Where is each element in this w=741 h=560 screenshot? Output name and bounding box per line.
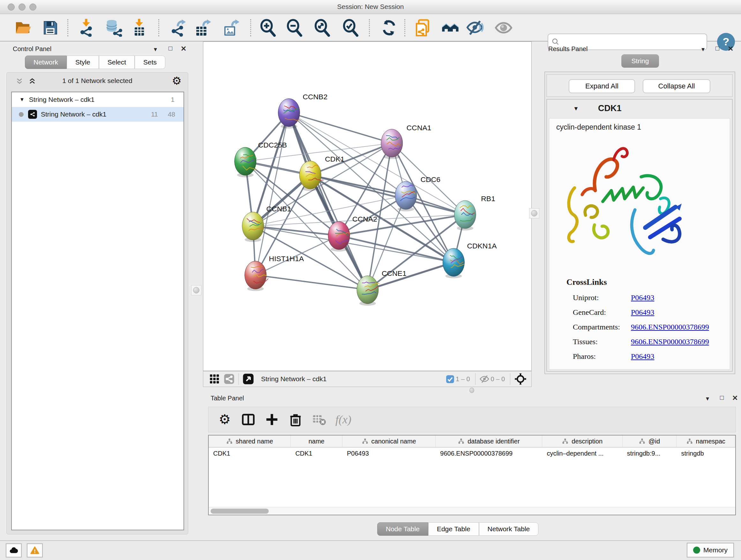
warning-status-button[interactable] [27, 543, 43, 557]
tab-select[interactable]: Select [99, 56, 135, 69]
crosslink-link[interactable]: 9606.ENSP00000378699 [631, 323, 709, 331]
network-edge[interactable] [367, 262, 454, 290]
node-label: CDKN1A [467, 242, 497, 250]
column-header-namespac[interactable]: namespac [677, 435, 735, 447]
table-cell: stringdb:9... [623, 448, 677, 460]
copy-network-icon[interactable] [414, 19, 432, 37]
delete-table-icon [312, 412, 327, 427]
network-node-cdkn1a[interactable]: CDKN1A [443, 242, 497, 278]
zoom-out-icon[interactable] [286, 19, 304, 37]
network-state-dot [19, 112, 23, 117]
network-node-ccnb2[interactable]: CCNB2 [278, 92, 328, 129]
show-columns-icon[interactable] [241, 412, 256, 427]
crosslink-link[interactable]: P06493 [631, 294, 654, 302]
network-edge[interactable] [289, 113, 392, 143]
gene-expander-icon[interactable]: ▼ [573, 105, 579, 112]
import-network-icon[interactable] [77, 19, 95, 37]
memory-button[interactable]: Memory [687, 543, 734, 557]
network-manager: 1 of 1 Network selected ⚙ ▼ String Netwo… [6, 72, 188, 535]
table-row[interactable]: CDK1CDK1P064939606.ENSP00000378699cyclin… [209, 448, 735, 460]
network-canvas[interactable]: CCNB2CCNA1CDC25BCDK1CDC6RB1CCNB1CCNA2CDK… [203, 42, 532, 371]
collapse-all-button[interactable]: Collapse All [643, 79, 711, 93]
network-edge[interactable] [289, 113, 367, 290]
export-network-icon[interactable] [169, 19, 186, 37]
delete-column-trash-icon[interactable] [288, 412, 303, 427]
tab-style[interactable]: Style [67, 56, 99, 69]
network-collection-row[interactable]: ▼ String Network – cdk1 1 [12, 92, 184, 107]
selected-checkbox-icon[interactable] [446, 375, 455, 383]
selected-counts: 1 – 0 [456, 375, 470, 383]
table-horizontal-scrollbar[interactable] [209, 507, 735, 515]
column-header-name[interactable]: name [291, 435, 342, 447]
column-header-id[interactable]: @id [623, 435, 677, 447]
network-node-ccne1[interactable]: CCNE1 [357, 269, 407, 306]
import-table-icon[interactable] [130, 19, 148, 37]
scrollbar-thumb[interactable] [211, 509, 269, 514]
hide-glyphs-eye-slash-icon[interactable] [466, 19, 484, 37]
tab-network-table[interactable]: Network Table [479, 522, 539, 536]
network-options-gear-icon[interactable]: ⚙ [172, 74, 182, 87]
network-edge[interactable] [339, 236, 454, 262]
zoom-fit-icon[interactable] [313, 19, 331, 37]
refresh-layout-icon[interactable] [380, 19, 398, 37]
zoom-in-icon[interactable] [259, 19, 277, 37]
network-row-selected[interactable]: String Network – cdk1 11 48 [12, 107, 184, 122]
node-table[interactable]: shared namenamecanonical namedatabase id… [208, 435, 736, 515]
birds-eye-crosshair-icon[interactable] [514, 373, 527, 385]
tab-edge-table[interactable]: Edge Table [428, 522, 479, 536]
export-image-icon[interactable] [222, 19, 240, 37]
detach-view-icon[interactable] [243, 373, 254, 385]
network-edge[interactable] [256, 275, 367, 290]
crosslink-link[interactable]: P06493 [631, 308, 654, 317]
tab-network[interactable]: Network [25, 56, 67, 69]
add-column-icon[interactable] [265, 412, 279, 427]
column-header-description[interactable]: description [542, 435, 622, 447]
results-panel: Results Panel ▾ □ ✕ String Expand All Co… [539, 42, 741, 392]
save-session-icon[interactable] [42, 19, 59, 37]
left-splitter-handle[interactable] [191, 285, 201, 295]
network-edge[interactable] [310, 175, 465, 214]
gene-symbol: CDK1 [598, 104, 622, 113]
zoom-selected-icon[interactable] [342, 19, 360, 37]
table-panel-float-icon[interactable]: ▾ [706, 395, 709, 402]
tab-string[interactable]: String [621, 54, 659, 68]
collection-expander-icon[interactable]: ▼ [19, 97, 24, 103]
network-edge[interactable] [256, 113, 289, 275]
network-view-toolbar: String Network – cdk1 1 – 0 0 – 0 [203, 371, 532, 387]
right-splitter-handle[interactable] [529, 208, 539, 219]
home-icon[interactable] [441, 19, 459, 37]
protein-structure-image [558, 136, 695, 273]
crosslink-link[interactable]: 9606.ENSP00000378699 [631, 337, 709, 346]
network-node-hist1h1a[interactable]: HIST1H1A [245, 254, 304, 291]
show-eye-icon[interactable] [495, 19, 513, 37]
control-panel-float-icon[interactable]: ▾ [154, 45, 157, 53]
network-graph[interactable]: CCNB2CCNA1CDC25BCDK1CDC6RB1CCNB1CCNA2CDK… [203, 42, 531, 371]
tab-sets[interactable]: Sets [135, 56, 165, 69]
column-type-icon [639, 438, 645, 444]
table-panel-close-icon[interactable]: ✕ [732, 394, 738, 402]
results-panel-maximize-icon[interactable]: □ [716, 45, 719, 52]
network-view-share-icon[interactable] [224, 374, 234, 384]
column-header-canonicalname[interactable]: canonical name [342, 435, 435, 447]
grid-view-icon[interactable] [209, 374, 220, 384]
export-table-icon[interactable] [194, 19, 212, 37]
results-panel-close-icon[interactable]: ✕ [728, 45, 733, 53]
table-options-gear-icon[interactable]: ⚙ [217, 412, 232, 427]
import-network-from-database-icon[interactable] [105, 19, 123, 37]
gene-header[interactable]: ▼ CDK1 [547, 100, 732, 118]
network-node-rb1[interactable]: RB1 [454, 194, 495, 231]
gene-description: cyclin-dependent kinase 1 [556, 123, 641, 132]
table-panel-maximize-icon[interactable]: □ [720, 394, 724, 401]
column-header-databaseidentifier[interactable]: database identifier [435, 435, 542, 447]
control-panel-maximize-icon[interactable]: □ [169, 45, 172, 52]
tab-node-table[interactable]: Node Table [377, 522, 428, 536]
network-node-ccna1[interactable]: CCNA1 [381, 124, 431, 159]
cloud-status-button[interactable] [6, 543, 22, 557]
open-session-icon[interactable] [14, 19, 31, 37]
column-header-sharedname[interactable]: shared name [209, 435, 291, 447]
expand-all-button[interactable]: Expand All [569, 79, 635, 93]
crosslink-link[interactable]: P06493 [631, 352, 654, 361]
results-panel-float-icon[interactable]: ▾ [701, 45, 704, 53]
control-panel-close-icon[interactable]: ✕ [181, 45, 186, 53]
hidden-eye-slash-icon[interactable] [479, 374, 489, 384]
